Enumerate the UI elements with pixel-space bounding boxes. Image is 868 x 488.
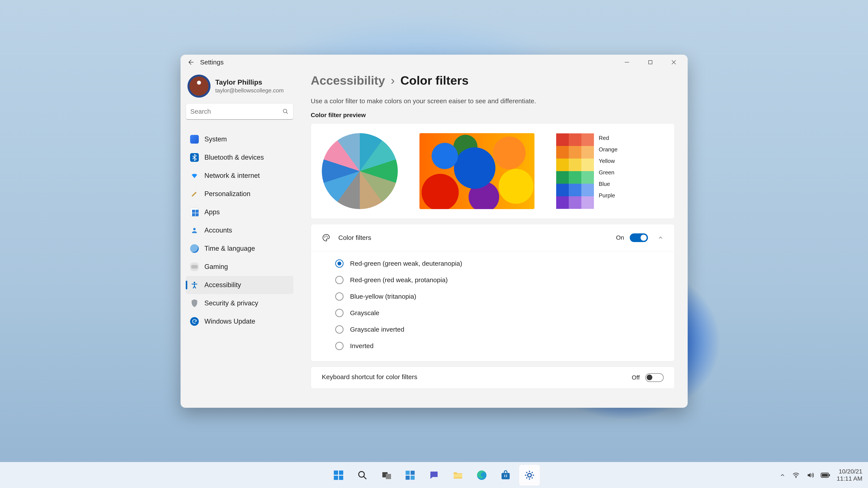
- nav-bluetooth[interactable]: Bluetooth & devices: [186, 148, 293, 167]
- svg-point-7: [327, 236, 328, 237]
- nav-gaming[interactable]: Gaming: [186, 258, 293, 276]
- preview-pie: [322, 133, 398, 209]
- svg-rect-3: [191, 265, 198, 269]
- nav: System Bluetooth & devices Network & int…: [186, 130, 293, 330]
- volume-icon[interactable]: [806, 471, 814, 479]
- svg-rect-14: [386, 474, 391, 479]
- svg-point-12: [359, 471, 364, 477]
- close-button[interactable]: [662, 55, 685, 70]
- radio-icon: [335, 276, 343, 284]
- swatch-label: Red: [599, 135, 618, 141]
- svg-rect-25: [829, 474, 830, 476]
- svg-rect-10: [334, 476, 338, 480]
- filter-option-label: Red-green (green weak, deuteranopia): [350, 260, 462, 267]
- filter-option[interactable]: Grayscale inverted: [335, 321, 663, 338]
- nav-personalization[interactable]: Personalization: [186, 185, 293, 203]
- radio-icon: [335, 259, 343, 268]
- nav-label: System: [205, 135, 227, 143]
- swatch: [581, 171, 594, 184]
- task-view-button[interactable]: [376, 464, 397, 486]
- filter-option[interactable]: Inverted: [335, 338, 663, 354]
- breadcrumb: Accessibility › Color filters: [311, 73, 675, 88]
- nav-label: Apps: [205, 208, 220, 216]
- back-button[interactable]: [186, 57, 196, 67]
- svg-point-2: [193, 228, 195, 230]
- nav-system[interactable]: System: [186, 130, 293, 148]
- task-view-icon: [381, 470, 392, 480]
- main-panel: Accessibility › Color filters Use a colo…: [298, 70, 688, 408]
- start-button[interactable]: [328, 464, 349, 486]
- filter-option[interactable]: Red-green (green weak, deuteranopia): [335, 255, 663, 272]
- nav-security[interactable]: Security & privacy: [186, 294, 293, 312]
- wifi-icon[interactable]: [792, 471, 800, 479]
- preview-photo: [420, 133, 534, 209]
- maximize-button[interactable]: [639, 55, 662, 70]
- edge-icon: [476, 469, 487, 481]
- nav-time[interactable]: Time & language: [186, 239, 293, 258]
- titlebar: Settings: [181, 55, 688, 70]
- person-icon: [190, 226, 199, 235]
- search-box[interactable]: [186, 103, 293, 120]
- nav-label: Personalization: [205, 190, 250, 198]
- nav-label: Time & language: [205, 245, 255, 253]
- swatch: [556, 196, 569, 209]
- profile[interactable]: Taylor Phillips taylor@bellowscollege.co…: [186, 73, 293, 102]
- color-filters-row[interactable]: Color filters On: [311, 224, 675, 251]
- nav-update[interactable]: Windows Update: [186, 312, 293, 330]
- swatch-labels: RedOrangeYellowGreenBluePurple: [599, 133, 618, 199]
- svg-rect-16: [410, 470, 415, 475]
- gear-icon: [524, 470, 535, 481]
- chat-button[interactable]: [423, 464, 445, 486]
- search-input[interactable]: [190, 108, 282, 115]
- svg-point-4: [193, 282, 195, 283]
- edge-button[interactable]: [471, 464, 492, 486]
- nav-apps[interactable]: Apps: [186, 203, 293, 221]
- swatch-label: Yellow: [599, 158, 618, 164]
- battery-icon[interactable]: [821, 472, 830, 478]
- svg-rect-17: [406, 476, 410, 480]
- swatch: [581, 196, 594, 209]
- swatch: [556, 146, 569, 159]
- explorer-button[interactable]: [447, 464, 468, 486]
- nav-label: Windows Update: [205, 318, 255, 325]
- swatch-label: Blue: [599, 181, 618, 187]
- widgets-icon: [405, 470, 415, 481]
- store-icon: [500, 470, 511, 481]
- folder-icon: [452, 469, 464, 481]
- filter-option-label: Blue-yellow (tritanopia): [350, 293, 416, 300]
- minimize-button[interactable]: [615, 55, 639, 70]
- nav-accessibility[interactable]: Accessibility: [186, 276, 293, 294]
- svg-rect-15: [406, 470, 410, 475]
- swatch-label: Purple: [599, 192, 618, 199]
- windows-icon: [333, 469, 344, 481]
- nav-network[interactable]: Network & internet: [186, 167, 293, 185]
- store-button[interactable]: [495, 464, 516, 486]
- filter-option[interactable]: Blue-yellow (tritanopia): [335, 288, 663, 305]
- shortcut-row[interactable]: Keyboard shortcut for color filters Off: [311, 367, 675, 388]
- color-filters-toggle[interactable]: [630, 233, 648, 242]
- swatch-label: Orange: [599, 146, 618, 153]
- accessibility-icon: [190, 281, 199, 289]
- swatch: [581, 184, 594, 196]
- nav-accounts[interactable]: Accounts: [186, 221, 293, 239]
- widgets-button[interactable]: [400, 464, 421, 486]
- swatch: [581, 159, 594, 171]
- desktop-wallpaper: Settings Taylor Phillips taylor@bellowsc…: [0, 0, 868, 488]
- maximize-icon: [648, 60, 653, 65]
- clock[interactable]: 10/20/21 11:11 AM: [837, 468, 862, 482]
- breadcrumb-parent[interactable]: Accessibility: [311, 73, 385, 88]
- svg-point-5: [324, 236, 325, 237]
- chat-icon: [429, 470, 439, 481]
- settings-taskbar[interactable]: [519, 464, 540, 486]
- nav-label: Accessibility: [205, 281, 241, 289]
- nav-label: Bluetooth & devices: [205, 154, 264, 161]
- arrow-left-icon: [188, 59, 195, 66]
- swatch-grid: [556, 133, 594, 209]
- chevron-up-icon[interactable]: [779, 472, 785, 478]
- filter-option[interactable]: Grayscale: [335, 305, 663, 321]
- profile-email: taylor@bellowscollege.com: [215, 87, 284, 94]
- system-tray[interactable]: 10/20/21 11:11 AM: [779, 468, 862, 482]
- shortcut-toggle[interactable]: [645, 373, 663, 382]
- filter-option[interactable]: Red-green (red weak, protanopia): [335, 272, 663, 288]
- taskbar-search[interactable]: [352, 464, 373, 486]
